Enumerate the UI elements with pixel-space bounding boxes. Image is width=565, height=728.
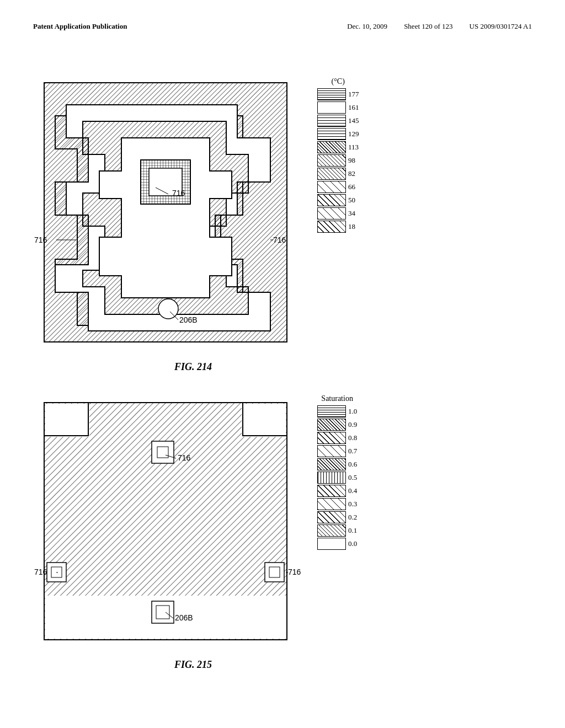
patent-label: US 2009/0301724 A1	[470, 22, 532, 31]
legend-item-145: 145	[317, 114, 359, 127]
fig214-diagram: 716 716 716 206B	[33, 72, 303, 353]
legend215-box-05	[317, 472, 346, 484]
legend215-label-00: 0.0	[348, 539, 357, 548]
fig214-legend-title: (°C)	[332, 77, 345, 86]
svg-text:716: 716	[34, 568, 47, 576]
legend215-box-04	[317, 485, 346, 497]
legend-label-50: 50	[348, 196, 355, 205]
legend215-label-07: 0.7	[348, 447, 357, 456]
svg-rect-36	[269, 567, 280, 577]
legend-item-18: 18	[317, 220, 359, 233]
legend215-label-04: 0.4	[348, 486, 357, 495]
legend215-item-03: 0.3	[317, 497, 357, 511]
fig215-section: 716 716 716 206B Saturation 0.0	[33, 392, 537, 651]
svg-point-12	[158, 299, 178, 319]
header: Patent Application Publication Dec. 10, …	[33, 22, 532, 31]
fig215-legend-title: Saturation	[321, 394, 353, 403]
legend215-item-02: 0.2	[317, 511, 357, 524]
legend-item-66: 66	[317, 180, 359, 194]
fig214-legend: (°C) 18 34 50	[317, 77, 359, 233]
legend215-item-07: 0.7	[317, 445, 357, 458]
legend215-label-03: 0.3	[348, 500, 357, 508]
legend215-box-00	[317, 538, 346, 550]
legend-box-145	[317, 115, 346, 127]
svg-text:716: 716	[273, 235, 286, 244]
fig214-svg: 716 716 716 206B	[33, 72, 303, 353]
legend-label-145: 145	[348, 116, 359, 125]
legend215-item-06: 0.6	[317, 458, 357, 471]
legend215-box-07	[317, 445, 346, 457]
legend-box-98	[317, 154, 346, 167]
legend-item-82: 82	[317, 167, 359, 180]
svg-text:716: 716	[178, 453, 191, 462]
legend-item-98: 98	[317, 154, 359, 167]
fig214-section: 716 716 716 206B (°C) 18	[33, 72, 537, 353]
legend-label-98: 98	[348, 156, 355, 165]
legend215-box-09	[317, 419, 346, 431]
svg-text:716: 716	[34, 235, 47, 244]
publication-label: Patent Application Publication	[33, 22, 127, 31]
legend215-box-01	[317, 524, 346, 537]
legend-box-66	[317, 181, 346, 193]
legend215-item-09: 0.9	[317, 418, 357, 431]
legend-item-113: 113	[317, 141, 359, 154]
legend215-label-09: 0.9	[348, 420, 357, 429]
legend215-box-08	[317, 432, 346, 444]
svg-text:716: 716	[288, 568, 301, 576]
legend215-label-10: 1.0	[348, 407, 357, 416]
legend-box-18	[317, 221, 346, 233]
svg-rect-25	[242, 404, 286, 437]
legend-label-113: 113	[348, 143, 359, 152]
legend-box-34	[317, 207, 346, 220]
fig215-svg: 716 716 716 206B	[33, 392, 303, 651]
fig214-legend-items: 18 34 50 66	[317, 88, 359, 233]
legend-label-66: 66	[348, 183, 355, 191]
legend-item-161: 161	[317, 101, 359, 114]
legend-label-34: 34	[348, 209, 355, 218]
legend215-item-00: 0.0	[317, 537, 357, 550]
legend215-box-10	[317, 405, 346, 417]
svg-rect-24	[45, 404, 89, 437]
fig214-caption: FIG. 214	[44, 361, 342, 373]
legend-box-161	[317, 101, 346, 114]
legend215-item-10: 1.0	[317, 405, 357, 418]
date-label: Dec. 10, 2009	[347, 22, 387, 31]
header-right: Dec. 10, 2009 Sheet 120 of 123 US 2009/0…	[347, 22, 532, 31]
legend215-item-04: 0.4	[317, 484, 357, 497]
legend215-label-08: 0.8	[348, 433, 357, 442]
svg-text:716: 716	[172, 189, 185, 197]
legend215-label-06: 0.6	[348, 460, 357, 469]
legend-box-82	[317, 168, 346, 180]
legend-box-50	[317, 194, 346, 206]
sheet-label: Sheet 120 of 123	[404, 22, 452, 31]
legend-label-82: 82	[348, 169, 355, 178]
svg-text:206B: 206B	[179, 315, 198, 324]
fig215-legend-items: 0.0 0.1 0.2 0.3	[317, 405, 357, 550]
legend215-box-06	[317, 458, 346, 470]
legend215-label-05: 0.5	[348, 473, 357, 482]
legend-label-177: 177	[348, 90, 359, 99]
legend-item-50: 50	[317, 194, 359, 207]
legend-label-129: 129	[348, 130, 359, 138]
legend215-item-08: 0.8	[317, 431, 357, 445]
legend-box-113	[317, 141, 346, 153]
legend-label-18: 18	[348, 222, 355, 231]
legend-label-161: 161	[348, 103, 359, 112]
fig215-diagram: 716 716 716 206B	[33, 392, 303, 651]
fig215-caption: FIG. 215	[44, 659, 342, 671]
svg-rect-32	[157, 447, 168, 458]
legend-box-129	[317, 128, 346, 140]
legend215-box-03	[317, 498, 346, 510]
legend215-item-01: 0.1	[317, 524, 357, 537]
fig215-legend: Saturation 0.0 0.1 0.2	[317, 394, 357, 550]
legend-item-34: 34	[317, 207, 359, 220]
page: Patent Application Publication Dec. 10, …	[0, 0, 565, 728]
legend215-box-02	[317, 511, 346, 523]
svg-rect-38	[156, 606, 169, 619]
legend215-item-05: 0.5	[317, 471, 357, 484]
legend215-label-02: 0.2	[348, 513, 357, 522]
svg-text:206B: 206B	[175, 613, 193, 622]
legend-item-129: 129	[317, 127, 359, 141]
legend215-label-01: 0.1	[348, 526, 357, 535]
legend-item-177: 177	[317, 88, 359, 101]
